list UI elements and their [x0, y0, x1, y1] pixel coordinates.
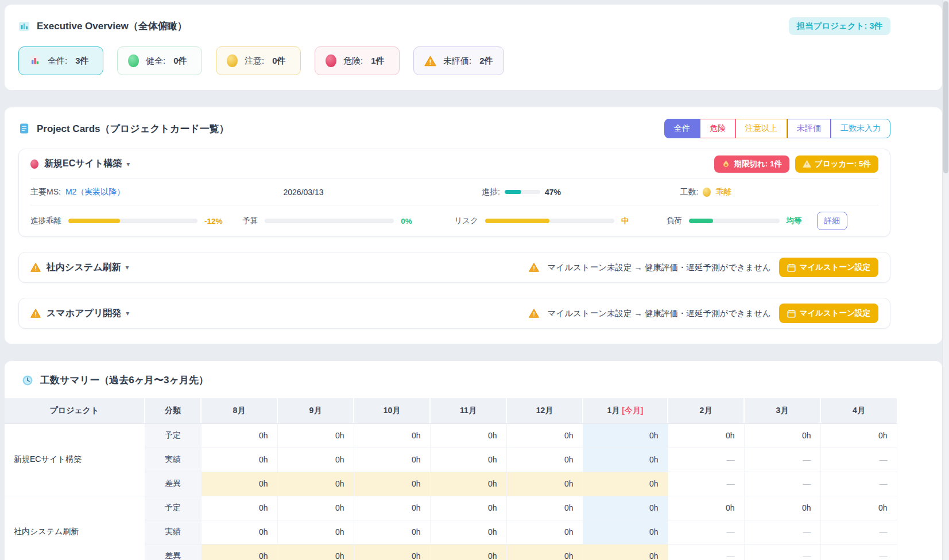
project-name[interactable]: スマホアプリ開発 [47, 308, 121, 320]
effort-value-cell: 0h [277, 472, 354, 496]
milestone-setup-button[interactable]: マイルストーン設定 [779, 258, 878, 277]
overdue-badge: 期限切れ: 1件 [714, 155, 789, 173]
effort-value-cell: 0h [201, 496, 277, 520]
effort-value-cell: 0h [506, 544, 583, 560]
effort-value-cell: 0h [506, 472, 583, 496]
assigned-projects-badge: 担当プロジェクト: 3件 [789, 17, 890, 35]
milestone-setup-button[interactable]: マイルストーン設定 [779, 304, 878, 323]
filter-button-danger[interactable]: 危険 [700, 119, 735, 138]
effort-value-cell: 0h [506, 448, 583, 472]
category-cell: 実績 [145, 448, 201, 472]
warning-triangle-icon [30, 262, 41, 273]
milestone-warning-text: マイルストーン未設定 → 健康評価・遅延予測ができません [547, 308, 770, 319]
clipboard-icon [18, 123, 30, 134]
metric-value: -12% [204, 217, 223, 225]
filter-card-unrated[interactable]: 未評価: 2件 [413, 46, 504, 75]
effort-value-cell: 0h [354, 448, 430, 472]
effort-value-cell: 0h [277, 423, 354, 448]
project-filter-group: 全件 危険 注意以上 未評価 工数未入力 [664, 119, 890, 138]
filter-card-caution[interactable]: 注意: 0件 [216, 46, 301, 75]
effort-value-cell: 0h [583, 448, 668, 472]
progress-value: 47% [545, 188, 561, 197]
project-name-cell: 社内システム刷新 [5, 496, 145, 560]
bar-chart-icon [29, 55, 41, 67]
effort-value-cell: 0h [820, 496, 897, 520]
category-cell: 差異 [145, 544, 201, 560]
filter-card-label: 危険: [343, 56, 363, 67]
section-title: 工数サマリー（過去6ヶ月〜3ヶ月先） [40, 374, 208, 387]
project-name-cell: 新規ECサイト構築 [5, 423, 145, 496]
project-name[interactable]: 新規ECサイト構築 [44, 158, 122, 170]
risk-bar [485, 219, 614, 223]
warning-triangle-icon [30, 308, 41, 318]
effort-value-cell: 0h [430, 472, 506, 496]
effort-value-cell: 0h [820, 423, 897, 448]
chevron-down-icon[interactable]: ▾ [126, 309, 129, 317]
effort-value-cell: 0h [583, 520, 668, 544]
yellow-circle-icon [227, 55, 238, 67]
filter-card-label: 注意: [245, 56, 264, 67]
effort-label: 工数: [680, 187, 699, 197]
chevron-down-icon[interactable]: ▾ [126, 263, 129, 271]
milestone-setup-label: マイルストーン設定 [800, 262, 870, 273]
effort-value-cell: — [820, 520, 897, 544]
filter-card-label: 全件: [48, 56, 67, 67]
effort-value-cell: 0h [354, 520, 430, 544]
table-header-row: プロジェクト分類8月9月10月11月12月1月 [今月]2月3月4月 [5, 398, 897, 423]
chevron-down-icon[interactable]: ▾ [126, 160, 130, 168]
effort-value-cell: — [820, 544, 897, 560]
effort-value-cell: — [744, 544, 820, 560]
vertical-scrollbar[interactable] [942, 0, 949, 560]
effort-value-cell: — [820, 448, 897, 472]
category-cell: 予定 [145, 496, 201, 520]
effort-value-cell: 0h [277, 448, 354, 472]
effort-value-cell: 0h [583, 544, 668, 560]
effort-value-cell: 0h [506, 496, 583, 520]
detail-button[interactable]: 詳細 [817, 212, 847, 230]
project-card-internal-system: 社内システム刷新 ▾ マイルストーン未設定 → 健康評価・遅延予測ができません … [18, 252, 890, 283]
filter-button-caution-plus[interactable]: 注意以上 [735, 119, 787, 138]
warning-triangle-icon [529, 262, 539, 273]
effort-value-cell: 0h [277, 544, 354, 560]
effort-value-cell: — [744, 520, 820, 544]
warning-triangle-icon [803, 160, 811, 168]
calendar-icon [787, 263, 796, 272]
column-header-month: 9月 [277, 398, 354, 423]
effort-value-cell: — [744, 448, 820, 472]
effort-value-cell: 0h [668, 496, 744, 520]
effort-value-cell: 0h [583, 472, 668, 496]
filter-button-unrated[interactable]: 未評価 [787, 119, 831, 138]
category-cell: 差異 [145, 472, 201, 496]
filter-card-count: 2件 [479, 56, 493, 67]
milestone-setup-label: マイルストーン設定 [800, 308, 870, 318]
effort-value-cell: — [668, 448, 744, 472]
project-card-ec-site: 新規ECサイト構築 ▾ 期限切れ: 1件 ブロッカー: 5件 [18, 149, 890, 237]
effort-value-cell: — [668, 544, 744, 560]
effort-summary-section: 工数サマリー（過去6ヶ月〜3ヶ月先） プロジェクト分類8月9月10月11月12月… [5, 361, 942, 560]
metric-label: リスク [455, 216, 478, 226]
effort-value-cell: 0h [430, 423, 506, 448]
filter-button-all[interactable]: 全件 [664, 119, 700, 138]
page-title: Executive Overview（全体俯瞰） [37, 20, 187, 33]
scrollbar-thumb[interactable] [943, 1, 948, 173]
filter-button-no-effort[interactable]: 工数未入力 [831, 119, 890, 138]
filter-card-all[interactable]: 全件: 3件 [18, 46, 103, 75]
project-name[interactable]: 社内システム刷新 [47, 262, 121, 274]
effort-value-cell: 0h [506, 520, 583, 544]
overdue-badge-label: 期限切れ: 1件 [734, 159, 782, 169]
calendar-icon [787, 309, 796, 318]
red-circle-icon [30, 160, 38, 169]
progress-label: 進捗: [482, 187, 500, 197]
effort-value-cell: 0h [201, 520, 277, 544]
blocker-badge: ブロッカー: 5件 [795, 155, 878, 173]
progress-bar [505, 190, 540, 194]
category-cell: 実績 [145, 520, 201, 544]
milestone-link[interactable]: M2（実装以降） [65, 187, 125, 197]
effort-value-cell: 0h [354, 496, 430, 520]
current-month-tag: [今月] [619, 406, 643, 415]
effort-value-cell: 0h [430, 544, 506, 560]
effort-value-cell: 0h [583, 496, 668, 520]
filter-card-healthy[interactable]: 健全: 0件 [117, 46, 202, 75]
filter-card-danger[interactable]: 危険: 1件 [315, 46, 400, 75]
progress-deviation-bar [68, 219, 197, 223]
